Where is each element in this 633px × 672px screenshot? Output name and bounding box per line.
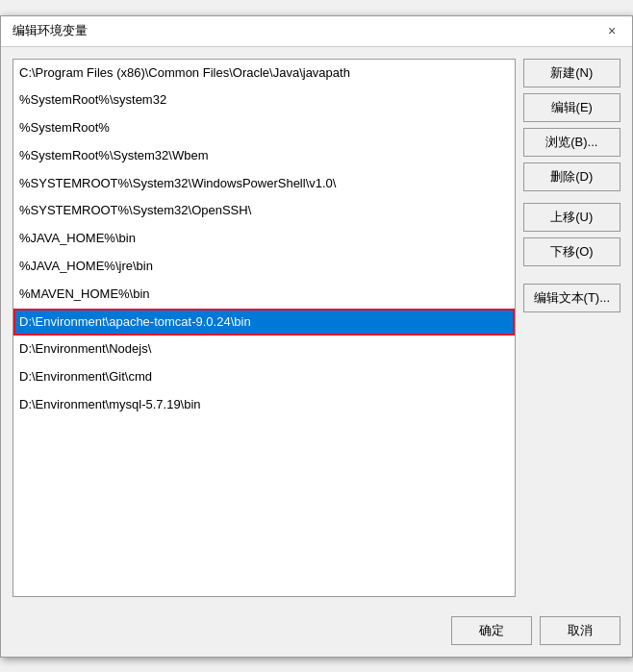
env-var-list[interactable]: C:\Program Files (x86)\Common Files\Orac… xyxy=(13,59,516,597)
list-item[interactable]: %SYSTEMROOT%\System32\WindowsPowerShell\… xyxy=(13,170,515,198)
list-item[interactable]: %SYSTEMROOT%\System32\OpenSSH\ xyxy=(13,197,515,225)
list-item[interactable]: D:\Environment\mysql-5.7.19\bin xyxy=(13,391,515,419)
move-up-button[interactable]: 上移(U) xyxy=(523,203,620,232)
list-item[interactable]: D:\Environment\Nodejs\ xyxy=(13,336,515,363)
list-item[interactable]: D:\Environment\Git\cmd xyxy=(13,363,515,391)
list-item[interactable]: %SystemRoot%\system32 xyxy=(13,87,515,114)
edit-text-button[interactable]: 编辑文本(T)... xyxy=(523,284,620,312)
new-button[interactable]: 新建(N) xyxy=(523,59,620,87)
list-item[interactable]: C:\Program Files (x86)\Common Files\Orac… xyxy=(13,60,515,87)
list-item[interactable]: %JAVA_HOME%\bin xyxy=(13,225,515,253)
list-item[interactable]: %SystemRoot% xyxy=(13,114,515,142)
move-down-button[interactable]: 下移(O) xyxy=(523,237,620,266)
cancel-button[interactable]: 取消 xyxy=(540,616,620,645)
dialog-body: C:\Program Files (x86)\Common Files\Orac… xyxy=(1,47,632,609)
list-item[interactable]: %JAVA_HOME%\jre\bin xyxy=(13,253,515,281)
title-bar: 编辑环境变量 × xyxy=(1,16,632,47)
list-item[interactable]: %SystemRoot%\System32\Wbem xyxy=(13,142,515,170)
list-item[interactable]: %MAVEN_HOME%\bin xyxy=(13,281,515,309)
list-item[interactable]: D:\Environment\apache-tomcat-9.0.24\bin xyxy=(13,309,515,336)
close-button[interactable]: × xyxy=(603,22,620,39)
edit-env-var-dialog: 编辑环境变量 × C:\Program Files (x86)\Common F… xyxy=(0,15,633,658)
action-buttons-panel: 新建(N) 编辑(E) 浏览(B)... 删除(D) 上移(U) 下移(O) 编… xyxy=(523,59,620,597)
delete-button[interactable]: 删除(D) xyxy=(523,162,620,191)
edit-button[interactable]: 编辑(E) xyxy=(523,93,620,122)
dialog-title: 编辑环境变量 xyxy=(13,22,88,39)
browse-button[interactable]: 浏览(B)... xyxy=(523,128,620,157)
dialog-footer: 确定 取消 xyxy=(1,609,632,657)
ok-button[interactable]: 确定 xyxy=(451,616,532,645)
